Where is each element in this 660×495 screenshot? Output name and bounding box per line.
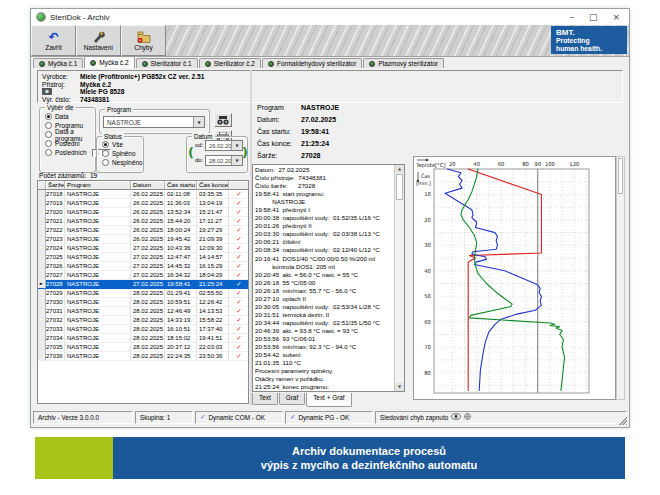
radio-option-select-by[interactable]: Posledních5▲▼ bbox=[40, 148, 95, 157]
graph-scrollbar-thumb[interactable] bbox=[618, 158, 623, 194]
table-row[interactable]: 27024NASTROJE27.02.202510:43:3612:09:30✓ bbox=[38, 244, 248, 253]
column-header[interactable]: Datum bbox=[131, 181, 165, 190]
machine-tab[interactable]: Sterilizátor č.1 bbox=[136, 58, 198, 68]
log-line: 20:27:10 oplach II bbox=[255, 295, 393, 303]
table-row[interactable]: ►27028NASTROJE27.02.202519:58:4121:25:24… bbox=[38, 280, 248, 289]
graph-scrollbar[interactable] bbox=[616, 156, 625, 400]
column-header[interactable]: Program bbox=[65, 181, 131, 190]
device-info-label: Výrobce: bbox=[42, 73, 80, 80]
table-header-row: ŠaržeProgramDatumČas startuČas konce bbox=[38, 181, 248, 190]
table-row[interactable]: 27018NASTROJE26.02.202502:11:0803:35:35✓ bbox=[38, 190, 248, 199]
result-check-icon: ✓ bbox=[229, 235, 249, 244]
table-row[interactable]: 27022NASTROJE26.02.202518:00:2419:27:29✓ bbox=[38, 226, 248, 235]
table-row[interactable]: 27032NASTROJE28.02.202514:33:1915:58:22✓ bbox=[38, 316, 248, 325]
radio-option-status[interactable]: Splněno bbox=[97, 149, 143, 158]
log-line: Číslo přístroje: 74348381 bbox=[255, 174, 393, 182]
globe-icon bbox=[464, 413, 471, 421]
date-to-dropdown-icon[interactable]: ▼ bbox=[231, 156, 242, 165]
log-scrollbar-thumb[interactable] bbox=[396, 174, 403, 200]
table-cell: 18:00:24 bbox=[165, 226, 197, 235]
column-header[interactable] bbox=[229, 181, 249, 190]
settings-button[interactable]: Nastavení bbox=[76, 25, 121, 56]
radio-icon bbox=[45, 149, 52, 156]
minimize-button[interactable]: – bbox=[569, 12, 574, 22]
resize-grip[interactable] bbox=[618, 416, 627, 425]
close-archive-button[interactable]: ↶ Zavřít bbox=[31, 25, 76, 56]
machine-tab[interactable]: Formaldehydový sterilizátor bbox=[262, 58, 362, 68]
log-line: 20:30:05 napouštění vody: 02:53/34 L/28 … bbox=[255, 303, 393, 311]
process-log-box: Datum: 27.02.2025Číslo přístroje: 743483… bbox=[252, 164, 405, 392]
result-check-icon: ✓ bbox=[229, 217, 249, 226]
scroll-down-icon[interactable]: ▼ bbox=[395, 383, 404, 391]
log-scrollbar[interactable]: ▲ ▼ bbox=[394, 165, 404, 391]
table-row[interactable]: 27030NASTROJE28.02.202510:59:5112:26:42✓ bbox=[38, 298, 248, 307]
radio-option-select-by[interactable]: Data bbox=[40, 112, 95, 121]
log-line: 19:58:41 start programu: bbox=[255, 190, 393, 198]
search-button[interactable] bbox=[214, 113, 232, 127]
table-row[interactable]: 27025NASTROJE27.02.202512:47:4714:14:57✓ bbox=[38, 253, 248, 262]
radio-option-select-by[interactable]: Data a programu bbox=[40, 130, 95, 139]
machine-tabs: Myčka č.1Myčka č.2Sterilizátor č.1Steril… bbox=[31, 56, 629, 68]
scroll-up-icon[interactable]: ▲ bbox=[395, 165, 404, 173]
table-row[interactable]: 27029NASTROJE28.02.202501:29:4102:55:50✓ bbox=[38, 289, 248, 298]
radio-option-status[interactable]: Nesplněno bbox=[97, 158, 143, 167]
result-check-icon: ✓ bbox=[229, 289, 249, 298]
column-header[interactable]: Šarže bbox=[46, 181, 65, 190]
table-cell: 27024 bbox=[46, 244, 65, 253]
table-cell bbox=[38, 343, 46, 352]
column-header[interactable]: Čas startu bbox=[165, 181, 197, 190]
date-from-dropdown-icon[interactable]: ▼ bbox=[231, 141, 242, 150]
window-controls: – □ × bbox=[569, 12, 624, 22]
machine-tab[interactable]: Myčka č.2 bbox=[84, 56, 134, 68]
device-info-value: Miele (Profitronic+) PG852x CZ ver. 2.51 bbox=[80, 73, 204, 80]
column-header[interactable]: Čas konce bbox=[197, 181, 229, 190]
table-row[interactable]: 27031NASTROJE28.02.202512:46:4914:13:53✓ bbox=[38, 307, 248, 316]
log-line: 20:16:41 DOS1/40 °C/00:00/0.50 %/200 ml bbox=[255, 255, 393, 263]
radio-label: Posledních bbox=[55, 149, 87, 156]
device-info-row: Miele PG 8528 bbox=[42, 88, 618, 96]
radio-option-status[interactable]: Vše bbox=[97, 140, 143, 149]
close-icon[interactable]: × bbox=[612, 12, 620, 22]
table-row[interactable]: 27026NASTROJE27.02.202514:45:3216:15:29✓ bbox=[38, 262, 248, 271]
machine-tab[interactable]: Sterilizátor č.2 bbox=[199, 58, 261, 68]
result-check-icon: ✓ bbox=[229, 316, 249, 325]
table-row[interactable]: 27036NASTROJE28.02.202522:24:3523:50:36✓ bbox=[38, 352, 248, 361]
svg-text:120: 120 bbox=[569, 161, 580, 167]
banner-green-block bbox=[35, 437, 113, 479]
tab-text[interactable]: Text bbox=[252, 393, 278, 405]
chevron-down-icon[interactable]: ▼ bbox=[193, 117, 204, 127]
table-cell: NASTROJE bbox=[65, 343, 131, 352]
bmt-logo-line3: human health. bbox=[556, 45, 622, 53]
table-cell: 14:33:19 bbox=[165, 316, 197, 325]
errors-button[interactable]: Chyby bbox=[121, 25, 166, 56]
tab-graf[interactable]: Graf bbox=[279, 393, 305, 405]
tab-text-graf[interactable]: Text + Graf bbox=[306, 393, 351, 407]
table-cell: NASTROJE bbox=[65, 352, 131, 361]
table-cell bbox=[38, 190, 46, 199]
table-row[interactable]: 27021NASTROJE26.02.202515:44:2017:11:27✓ bbox=[38, 217, 248, 226]
machine-tab[interactable]: Plazmový sterilizátor bbox=[363, 58, 444, 68]
svg-text:80: 80 bbox=[522, 161, 529, 167]
machine-tab[interactable]: Myčka č.1 bbox=[33, 58, 83, 68]
date-to-field[interactable]: 28.02.2025 ▼ bbox=[205, 155, 243, 166]
table-row[interactable]: 27035NASTROJE28.02.202520:37:1222:03:03✓ bbox=[38, 343, 248, 352]
table-row[interactable]: 27023NASTROJE26.02.202519:45:4221:09:39✓ bbox=[38, 235, 248, 244]
result-check-icon: ✓ bbox=[229, 190, 249, 199]
table-cell: 27027 bbox=[46, 271, 65, 280]
table-row[interactable]: 27033NASTROJE28.02.202516:10:5117:37:40✓ bbox=[38, 325, 248, 334]
table-cell bbox=[38, 235, 46, 244]
svg-text:70: 70 bbox=[424, 344, 431, 350]
maximize-button[interactable]: □ bbox=[589, 12, 598, 22]
table-row[interactable]: 27034NASTROJE28.02.202518:15:0219:41:51✓ bbox=[38, 334, 248, 343]
date-from-field[interactable]: 26.02.2025 ▼ bbox=[205, 140, 243, 151]
table-cell: 16:34:32 bbox=[165, 271, 197, 280]
radio-label: Nesplněno bbox=[112, 159, 143, 166]
table-row[interactable]: 27020NASTROJE26.02.202513:52:3415:21:47✓ bbox=[38, 208, 248, 217]
table-row[interactable]: 27027NASTROJE27.02.202516:34:3218:04:29✓ bbox=[38, 271, 248, 280]
title-bar[interactable]: SteriDok - Archiv – □ × bbox=[31, 9, 629, 25]
table-row[interactable]: 27019NASTROJE26.02.202511:36:0313:04:19✓ bbox=[38, 199, 248, 208]
program-combobox[interactable]: NASTROJE ▼ bbox=[103, 116, 205, 128]
table-cell: NASTROJE bbox=[65, 235, 131, 244]
settings-label: Nastavení bbox=[84, 44, 113, 51]
column-header[interactable] bbox=[38, 181, 46, 190]
